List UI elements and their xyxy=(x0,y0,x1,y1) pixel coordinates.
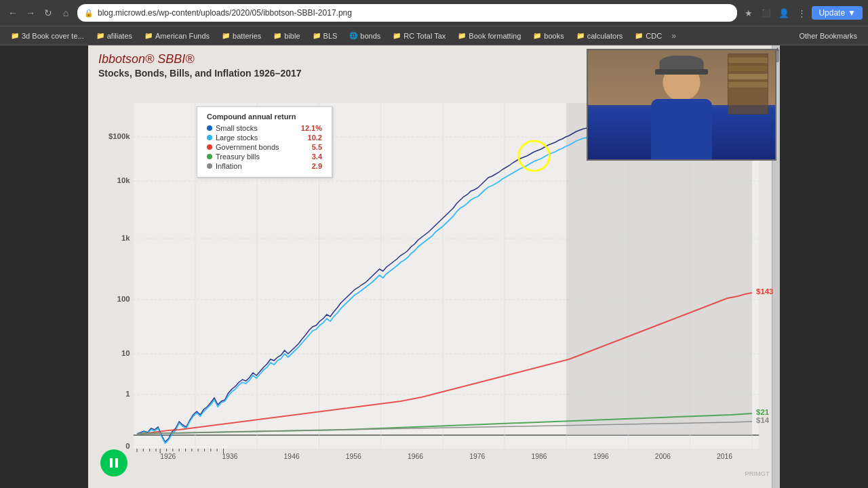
svg-text:0: 0 xyxy=(125,442,130,450)
right-border xyxy=(780,45,868,488)
globe-icon-bonds: 🌐 xyxy=(349,32,357,39)
back-button[interactable]: ← xyxy=(5,5,20,20)
address-bar[interactable]: 🔒 blog.microwd.es/wp-content/uploads/202… xyxy=(77,4,737,22)
main-content: ▲ Ibbotson® SBBI® Stocks, Bonds, Bills, … xyxy=(0,45,868,488)
svg-text:2016: 2016 xyxy=(717,453,732,460)
bookmark-bls[interactable]: 📁 BLS xyxy=(307,30,343,41)
svg-text:10: 10 xyxy=(121,349,130,357)
folder-icon-bible: 📁 xyxy=(273,32,281,39)
bookmark-afiliates[interactable]: 📁 afiliates xyxy=(91,30,138,41)
bookmark-books[interactable]: 📁 books xyxy=(528,30,569,41)
svg-text:1936: 1936 xyxy=(222,453,237,460)
small-stocks-value: 12.1% xyxy=(301,124,322,132)
pause-bar-left xyxy=(110,458,113,468)
inflation-value: 2.9 xyxy=(312,162,322,170)
svg-text:2006: 2006 xyxy=(655,453,671,460)
svg-text:1k: 1k xyxy=(121,234,130,242)
svg-text:PRIMGT: PRIMGT xyxy=(745,470,770,477)
chart-page: ▲ Ibbotson® SBBI® Stocks, Bonds, Bills, … xyxy=(88,45,780,488)
svg-text:1: 1 xyxy=(125,390,130,398)
svg-text:$14: $14 xyxy=(756,416,770,424)
treasury-bills-label: Treasury bills xyxy=(216,152,309,161)
svg-text:100: 100 xyxy=(117,295,130,303)
left-border xyxy=(0,45,88,488)
treasury-bills-value: 3.4 xyxy=(312,152,322,161)
folder-icon-books: 📁 xyxy=(533,32,541,39)
home-button[interactable]: ⌂ xyxy=(58,5,73,20)
bookmark-cdc[interactable]: 📁 CDC xyxy=(629,30,667,41)
large-stocks-dot xyxy=(207,135,212,140)
other-bookmarks[interactable]: Other Bookmarks xyxy=(793,30,863,41)
webcam-feed xyxy=(588,50,775,159)
legend-row-large-stocks: Large stocks 10.2 xyxy=(207,134,322,142)
reload-button[interactable]: ↻ xyxy=(41,5,56,20)
pause-bar-right xyxy=(115,458,118,468)
svg-text:1976: 1976 xyxy=(469,453,485,460)
svg-text:10k: 10k xyxy=(117,176,131,184)
browser-actions: ★ ⬛ 👤 ⋮ Update ▼ xyxy=(741,5,863,20)
bookmark-calculators[interactable]: 📁 calculators xyxy=(571,30,629,41)
svg-text:$100k: $100k xyxy=(108,132,130,140)
webcam-overlay xyxy=(587,49,776,161)
bookmark-bonds[interactable]: 🌐 bonds xyxy=(344,30,386,41)
bookmark-batteries[interactable]: 📁 batteries xyxy=(216,30,267,41)
folder-icon-american: 📁 xyxy=(144,32,153,39)
svg-text:1966: 1966 xyxy=(408,453,423,460)
legend-box: Compound annual return Small stocks 12.1… xyxy=(197,106,332,178)
svg-text:1996: 1996 xyxy=(593,453,609,460)
forward-button[interactable]: → xyxy=(23,5,38,20)
browser-toolbar: ← → ↻ ⌂ 🔒 blog.microwd.es/wp-content/upl… xyxy=(0,0,868,26)
url-text: blog.microwd.es/wp-content/uploads/2020/… xyxy=(98,8,352,18)
folder-icon-cdc: 📁 xyxy=(635,32,643,39)
small-stocks-label: Small stocks xyxy=(216,124,298,132)
inflation-dot xyxy=(207,163,212,169)
svg-text:$21: $21 xyxy=(756,408,769,416)
bookmark-american-funds[interactable]: 📁 American Funds xyxy=(139,30,215,41)
lock-icon: 🔒 xyxy=(84,9,94,18)
folder-icon-bls: 📁 xyxy=(313,32,321,39)
svg-text:1946: 1946 xyxy=(284,453,300,460)
folder-icon-calc: 📁 xyxy=(576,32,585,39)
folder-icon-book-fmt: 📁 xyxy=(458,32,466,39)
legend-row-govt-bonds: Government bonds 5.5 xyxy=(207,143,322,151)
bookmarks-bar: 📁 3d Book cover te... 📁 afiliates 📁 Amer… xyxy=(0,26,868,45)
browser-chrome: ← → ↻ ⌂ 🔒 blog.microwd.es/wp-content/upl… xyxy=(0,0,868,45)
svg-text:1956: 1956 xyxy=(346,453,361,460)
bookmark-3d-book[interactable]: 📁 3d Book cover te... xyxy=(5,30,90,41)
nav-buttons: ← → ↻ ⌂ xyxy=(5,5,73,20)
large-stocks-label: Large stocks xyxy=(216,134,304,142)
update-chevron: ▼ xyxy=(848,8,856,18)
svg-text:1986: 1986 xyxy=(531,453,547,460)
legend-row-treasury-bills: Treasury bills 3.4 xyxy=(207,152,322,161)
svg-text:$143: $143 xyxy=(756,287,773,296)
pause-icon xyxy=(110,458,118,468)
folder-icon-rc: 📁 xyxy=(393,32,401,39)
update-button[interactable]: Update ▼ xyxy=(812,6,863,20)
legend-row-small-stocks: Small stocks 12.1% xyxy=(207,124,322,132)
extensions-button[interactable]: ⬛ xyxy=(759,5,774,20)
treasury-bills-dot xyxy=(207,154,212,159)
profile-button[interactable]: 👤 xyxy=(776,5,791,20)
inflation-label: Inflation xyxy=(216,162,309,170)
legend-row-inflation: Inflation 2.9 xyxy=(207,162,322,170)
play-pause-button[interactable] xyxy=(100,449,127,476)
govt-bonds-value: 5.5 xyxy=(312,143,322,151)
folder-icon-batteries: 📁 xyxy=(222,32,230,39)
folder-icon: 📁 xyxy=(11,32,19,39)
menu-button[interactable]: ⋮ xyxy=(794,5,809,20)
small-stocks-dot xyxy=(207,125,212,131)
bookmark-book-formatting[interactable]: 📁 Book formatting xyxy=(452,30,526,41)
bookmark-rc-total-tax[interactable]: 📁 RC Total Tax xyxy=(387,30,451,41)
bookmark-bible[interactable]: 📁 bible xyxy=(268,30,305,41)
update-label: Update xyxy=(818,8,845,18)
legend-title: Compound annual return xyxy=(207,113,322,121)
govt-bonds-label: Government bonds xyxy=(216,143,309,151)
folder-icon-afiliates: 📁 xyxy=(96,32,104,39)
svg-text:1926: 1926 xyxy=(160,453,176,460)
large-stocks-value: 10.2 xyxy=(308,134,322,142)
bookmark-star-button[interactable]: ★ xyxy=(741,5,756,20)
bookmarks-overflow[interactable]: » xyxy=(669,30,679,42)
govt-bonds-dot xyxy=(207,144,212,150)
